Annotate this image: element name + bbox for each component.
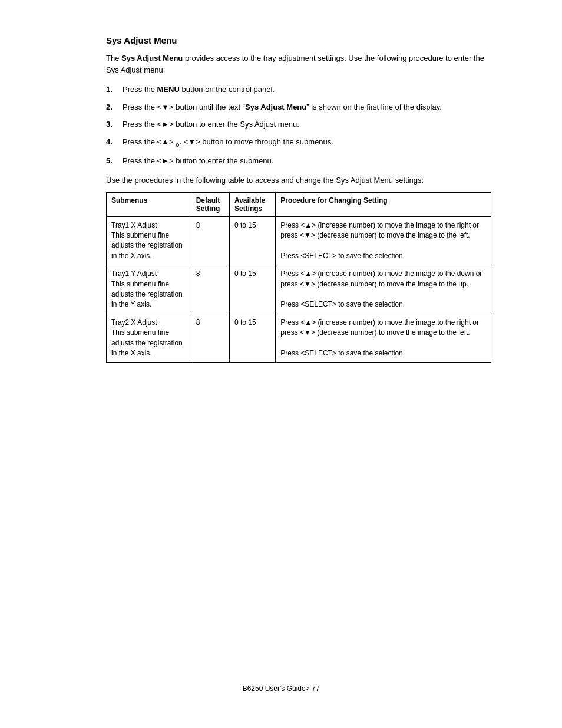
row3-procedure: Press <▲> (increase number) to move the … — [276, 314, 491, 363]
row1-submenu: Tray1 X Adjust This submenu fine adjusts… — [107, 216, 191, 265]
settings-table: Submenus Default Setting Available Setti… — [106, 192, 491, 363]
step-1-text: Press the MENU button on the control pan… — [123, 84, 491, 95]
row1-default: 8 — [191, 216, 229, 265]
step-1-bold: MENU — [157, 85, 180, 94]
col-header-submenus: Submenus — [107, 192, 191, 216]
row1-submenu-desc: This submenu fine adjusts the registrati… — [111, 230, 186, 261]
row2-submenu: Tray1 Y Adjust This submenu fine adjusts… — [107, 265, 191, 314]
row3-default: 8 — [191, 314, 229, 363]
step-5-text: Press the <►> button to enter the submen… — [123, 155, 491, 167]
table-intro-text: Use the procedures in the following tabl… — [106, 174, 491, 186]
page-footer: B6250 User's Guide> 77 — [0, 684, 562, 693]
row2-default: 8 — [191, 265, 229, 314]
col-header-procedure: Procedure for Changing Setting — [276, 192, 491, 216]
row1-procedure: Press <▲> (increase number) to move the … — [276, 216, 491, 265]
col-header-default: Default Setting — [191, 192, 229, 216]
table-row: Tray1 X Adjust This submenu fine adjusts… — [107, 216, 491, 265]
footer-text: B6250 User's Guide> 77 — [243, 684, 320, 693]
row3-submenu: Tray2 X Adjust This submenu fine adjusts… — [107, 314, 191, 363]
intro-paragraph: The Sys Adjust Menu provides access to t… — [106, 52, 491, 75]
step-4-num: 4. — [106, 136, 123, 149]
row2-submenu-title: Tray1 Y Adjust — [111, 269, 186, 279]
table-row: Tray1 Y Adjust This submenu fine adjusts… — [107, 265, 491, 314]
table-header-row: Submenus Default Setting Available Setti… — [107, 192, 491, 216]
page: Sys Adjust Menu The Sys Adjust Menu prov… — [0, 0, 562, 728]
step-1-num: 1. — [106, 84, 123, 95]
row3-available: 0 to 15 — [229, 314, 275, 363]
step-1: 1. Press the MENU button on the control … — [106, 84, 491, 95]
col-header-available: Available Settings — [229, 192, 275, 216]
step-2: 2. Press the <▼> button until the text “… — [106, 101, 491, 113]
row3-submenu-desc: This submenu fine adjusts the registrati… — [111, 328, 186, 358]
step-4: 4. Press the <▲> or <▼> button to move t… — [106, 136, 491, 149]
step-2-text: Press the <▼> button until the text “Sys… — [123, 101, 491, 113]
step-3-text: Press the <►> button to enter the Sys Ad… — [123, 118, 491, 130]
row2-available: 0 to 15 — [229, 265, 275, 314]
row3-submenu-title: Tray2 X Adjust — [111, 318, 186, 328]
section-title: Sys Adjust Menu — [106, 35, 491, 45]
step-2-num: 2. — [106, 101, 123, 113]
step-3: 3. Press the <►> button to enter the Sys… — [106, 118, 491, 130]
intro-text-before: The — [106, 54, 121, 62]
step-4-text: Press the <▲> or <▼> button to move thro… — [123, 136, 491, 149]
row1-submenu-title: Tray1 X Adjust — [111, 220, 186, 230]
table-row: Tray2 X Adjust This submenu fine adjusts… — [107, 314, 491, 363]
intro-bold-text: Sys Adjust Menu — [121, 54, 183, 62]
step-5: 5. Press the <►> button to enter the sub… — [106, 155, 491, 167]
steps-list: 1. Press the MENU button on the control … — [106, 84, 491, 166]
step-5-num: 5. — [106, 155, 123, 167]
step-2-bold: Sys Adjust Menu — [245, 103, 306, 111]
row2-submenu-desc: This submenu fine adjusts the registrati… — [111, 279, 186, 310]
row2-procedure: Press <▲> (increase number) to move the … — [276, 265, 491, 314]
row1-available: 0 to 15 — [229, 216, 275, 265]
step-3-num: 3. — [106, 118, 123, 130]
